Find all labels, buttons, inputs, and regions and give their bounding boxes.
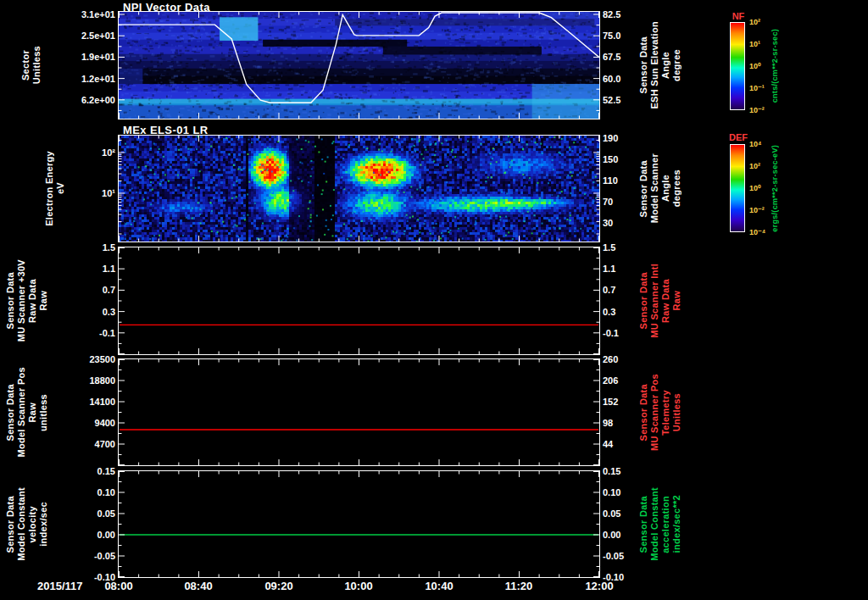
y-tick-label: 10²	[63, 148, 115, 158]
axis-label-line: acceleration	[660, 496, 670, 553]
axis-label-line: Raw Data	[660, 279, 670, 323]
x-tick-label: 12:00	[585, 580, 613, 592]
axis-label-line: Sensor Data	[638, 496, 648, 553]
x-tick-label: 10:00	[344, 580, 372, 592]
axis-label-line: Telemetry	[660, 390, 670, 436]
axis-label-line: Electron Energy	[44, 151, 54, 226]
model-constant-plot-canvas	[118, 470, 600, 578]
axis-label-line: Model Scanner	[649, 153, 659, 223]
y-tick-label: 1.1	[63, 264, 115, 274]
axis-label-line: Model Constant	[649, 487, 659, 561]
panel1-left-axis-label: Sector Unitless	[20, 12, 42, 119]
axis-label-line: ESH Sun Elevation	[649, 21, 659, 109]
axis-label-line: MU Scanner Intl	[649, 264, 659, 338]
y-tick-label: 4700	[63, 440, 115, 449]
axis-label-line: Model Scanner Pos	[16, 367, 26, 458]
axis-label-line: Sensor Data	[638, 384, 648, 442]
npi-spectrogram-canvas	[118, 11, 600, 119]
y-tick-label: 0.7	[63, 286, 115, 295]
axis-label-line: MU Scanner Pos	[649, 374, 659, 451]
y-tick-label: 10¹	[63, 189, 115, 198]
y-tick-label: 0.3	[63, 307, 115, 316]
axis-label-line: Sensor Data	[5, 384, 15, 442]
panel3-left-axis-label: Sensor Data MU Scanner +30V Raw Data Raw	[5, 247, 48, 354]
panel5-right-axis-label: Sensor Data Model Constant acceleration …	[638, 471, 682, 577]
axis-label-line: Unitless	[671, 393, 682, 431]
panel4-left-ticks: 23500 18800 14100 9400 4700	[63, 359, 115, 465]
axis-label-line: unitless	[38, 394, 48, 431]
colorbar1-gradient	[730, 22, 745, 110]
y-tick-label: -0.1	[63, 328, 115, 337]
axis-label-line: Angle	[660, 52, 670, 79]
y-tick-label: 0.00	[63, 531, 115, 540]
axis-label-line: index/sec**2	[671, 495, 682, 553]
colorbar-unit-label: ergs/(cm**2-sr-sec-eV)	[770, 145, 780, 232]
scanner-pos-plot-canvas	[118, 358, 600, 466]
colorbar1-title: NF	[729, 11, 748, 21]
axis-label-line: Sensor Data	[638, 36, 648, 94]
y-tick-label: 3.1e+01	[63, 10, 115, 19]
colorbar2-title: DEF	[729, 132, 748, 142]
x-tick-label: 08:00	[104, 580, 132, 592]
panel4-left-axis-label: Sensor Data Model Scanner Pos Raw unitle…	[5, 359, 48, 465]
y-tick-label: 1.5	[63, 243, 115, 253]
axis-label-line: Raw	[27, 403, 37, 423]
colorbar2-unit: ergs/(cm**2-sr-sec-eV)	[770, 136, 780, 241]
panel3-right-axis-label: Sensor Data MU Scanner Intl Raw Data Raw	[638, 247, 682, 354]
axis-label-line: MU Scanner +30V	[16, 259, 26, 342]
x-tick-label: 08:40	[184, 580, 212, 592]
axis-label-line: Unitless	[31, 46, 42, 84]
y-tick-label: 9400	[63, 419, 115, 428]
axis-label-line: degrees	[671, 169, 682, 207]
x-tick-label: 10:40	[425, 580, 453, 592]
panel1-right-axis-label: Sensor Data ESH Sun Elevation Angle degr…	[638, 12, 682, 119]
panel4-right-axis-label: Sensor Data MU Scanner Pos Telemetry Uni…	[638, 359, 682, 465]
axis-label-line: Sensor Data	[638, 160, 648, 218]
y-tick-label: 23500	[63, 355, 115, 364]
panel2-left-ticks: 10² 10¹	[63, 136, 115, 242]
y-tick-label: 2.5e+01	[63, 31, 115, 41]
els-spectrogram-canvas	[118, 135, 600, 242]
panel5-left-ticks: 0.15 0.10 0.05 0.00 -0.05 -0.10	[63, 471, 115, 577]
panel1-left-ticks: 3.1e+01 2.5e+01 1.9e+01 1.2e+01 6.2e+00	[63, 12, 115, 119]
date-label: 2015/117	[37, 580, 83, 592]
axis-label-line: Raw Data	[27, 279, 37, 323]
panel2-right-axis-label: Sensor Data Model Scanner Angle degrees	[638, 136, 682, 242]
axis-label-line: degree	[671, 49, 682, 81]
mu-scanner-raw-plot-canvas	[118, 247, 600, 355]
axis-label-line: index/sec	[38, 502, 48, 547]
y-tick-label: 0.15	[63, 467, 115, 476]
x-tick-label: 11:20	[505, 580, 533, 592]
axis-label-line: Sensor Data	[638, 272, 648, 330]
x-tick-label: 09:20	[264, 580, 292, 592]
axis-label-line: Sensor Data	[5, 496, 15, 553]
y-tick-label: 0.10	[63, 488, 115, 497]
axis-label-line: Model Constant	[16, 487, 26, 561]
cdaweb-plot-screen: NPI Vector Data Sector Unitless 3.1e+01 …	[0, 0, 868, 600]
panel5-left-axis-label: Sensor Data Model Constant velocity inde…	[5, 471, 48, 577]
axis-label-line: Raw	[38, 291, 48, 311]
y-tick-label: 18800	[63, 376, 115, 386]
axis-label-line: Angle	[660, 175, 670, 202]
colorbar2-gradient	[730, 144, 745, 232]
y-tick-label: -0.05	[63, 552, 115, 561]
y-tick-label: 6.2e+00	[63, 95, 115, 104]
colorbar1-unit: cnts/(cm**2-sr-sec)	[770, 14, 780, 119]
colorbar-unit-label: cnts/(cm**2-sr-sec)	[770, 29, 780, 103]
axis-label-line: Sector	[20, 50, 31, 81]
y-tick-label: 0.05	[63, 509, 115, 519]
axis-label-line: Raw	[671, 291, 682, 311]
y-tick-label: 1.9e+01	[63, 53, 115, 62]
axis-label-line: velocity	[27, 506, 37, 542]
y-tick-label: 1.2e+01	[63, 74, 115, 83]
axis-label-line: Sensor Data	[5, 272, 15, 330]
panel3-left-ticks: 1.5 1.1 0.7 0.3 -0.1	[63, 247, 115, 354]
y-tick-label: 14100	[63, 397, 115, 407]
